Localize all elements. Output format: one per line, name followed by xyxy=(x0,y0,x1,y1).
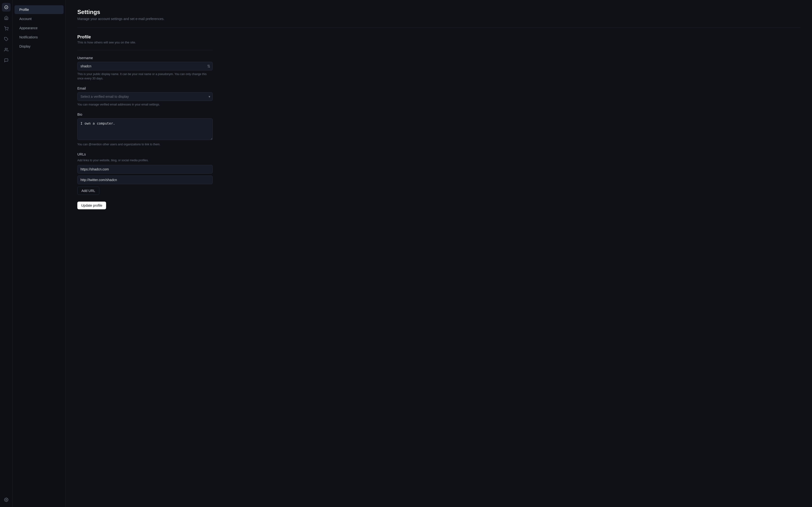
urls-list xyxy=(77,165,213,184)
email-select-wrapper: Select a verified email to display ▾ xyxy=(77,92,213,101)
nav-item-notifications[interactable]: Notifications xyxy=(14,33,63,42)
update-profile-button[interactable]: Update profile xyxy=(77,202,106,209)
email-field-group: Email Select a verified email to display… xyxy=(77,87,213,107)
content-area: Settings Manage your account settings an… xyxy=(66,0,812,507)
urls-field-group: URLs Add links to your website, blog, or… xyxy=(77,152,213,195)
bio-hint: You can @mention other users and organiz… xyxy=(77,142,213,147)
page-subtitle: Manage your account settings and set e-m… xyxy=(77,17,800,21)
page-title: Settings xyxy=(77,9,800,15)
update-btn-row: Update profile xyxy=(77,202,213,209)
add-url-button[interactable]: Add URL xyxy=(77,187,99,195)
urls-desc: Add links to your website, blog, or soci… xyxy=(77,158,213,163)
settings-section: Profile This is how others will see you … xyxy=(77,35,213,209)
section-title: Profile xyxy=(77,35,213,40)
bio-field-group: Bio I own a computer. You can @mention o… xyxy=(77,113,213,147)
bio-textarea[interactable]: I own a computer. xyxy=(77,118,213,140)
shopping-icon[interactable] xyxy=(2,24,11,33)
left-nav: Profile Account Appearance Notifications… xyxy=(12,0,66,507)
badge-icon[interactable] xyxy=(2,3,11,12)
icon-bar xyxy=(0,0,12,507)
home-icon[interactable] xyxy=(2,13,11,22)
users-icon[interactable] xyxy=(2,45,11,54)
username-sort-icon: ⇅ xyxy=(207,64,210,68)
username-label: Username xyxy=(77,56,213,60)
username-field-group: Username ⇅ This is your public display n… xyxy=(77,56,213,80)
section-divider xyxy=(77,50,213,50)
settings-bottom-icon[interactable] xyxy=(2,495,11,504)
svg-point-4 xyxy=(5,48,6,50)
page-header: Settings Manage your account settings an… xyxy=(77,9,800,21)
tag-icon[interactable] xyxy=(2,35,11,44)
svg-point-1 xyxy=(6,30,6,31)
email-label: Email xyxy=(77,87,213,90)
nav-item-profile[interactable]: Profile xyxy=(14,5,63,14)
email-hint: You can manage verified email addresses … xyxy=(77,102,213,107)
username-input[interactable] xyxy=(77,62,213,70)
svg-point-5 xyxy=(6,499,7,501)
nav-item-account[interactable]: Account xyxy=(14,14,63,23)
username-input-wrapper: ⇅ xyxy=(77,62,213,70)
main-layout: Profile Account Appearance Notifications… xyxy=(12,0,812,507)
header-divider xyxy=(77,27,800,28)
url-input-1[interactable] xyxy=(77,175,213,184)
nav-item-appearance[interactable]: Appearance xyxy=(14,24,63,32)
urls-label: URLs xyxy=(77,152,213,156)
section-desc: This is how others will see you on the s… xyxy=(77,41,213,44)
chat-icon[interactable] xyxy=(2,56,11,65)
nav-item-display[interactable]: Display xyxy=(14,42,63,51)
svg-point-2 xyxy=(7,30,8,31)
bio-label: Bio xyxy=(77,113,213,116)
email-select[interactable]: Select a verified email to display xyxy=(77,92,213,101)
username-hint: This is your public display name. It can… xyxy=(77,72,213,80)
url-input-0[interactable] xyxy=(77,165,213,174)
